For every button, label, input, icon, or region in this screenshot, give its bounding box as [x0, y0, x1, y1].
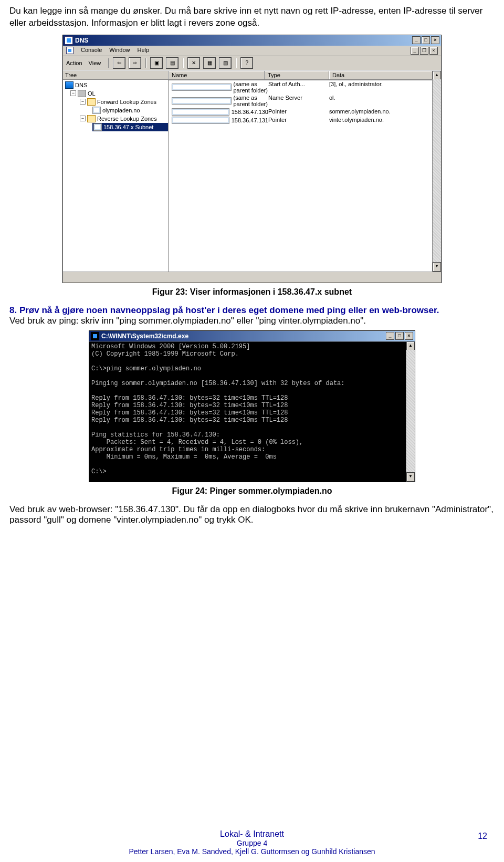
- step8-body: Ved bruk av ping: skriv inn "ping sommer…: [9, 316, 366, 326]
- cmd-titlebar[interactable]: C:\WINNT\System32\cmd.exe _ □ ×: [89, 331, 415, 341]
- footer-line1: Lokal- & Intranett: [0, 829, 504, 839]
- back-button[interactable]: ⇦: [113, 57, 125, 69]
- figure23-caption: Figur 23: Viser informasjonen i 158.36.4…: [9, 287, 495, 297]
- col-data[interactable]: Data: [329, 71, 441, 80]
- cmd-icon: [91, 332, 99, 340]
- record-icon: [172, 108, 229, 116]
- delete-button[interactable]: ✕: [187, 57, 200, 69]
- menu-view[interactable]: View: [89, 60, 104, 66]
- vertical-scrollbar[interactable]: ▲ ▼: [432, 71, 441, 272]
- folder-icon: [87, 115, 96, 122]
- menu-action[interactable]: Action: [66, 60, 86, 66]
- tree-rev-zones[interactable]: − Reverse Lookup Zones: [65, 115, 168, 123]
- menu-console[interactable]: Console: [81, 47, 102, 55]
- dns-menubar-1: Console Window Help _ ❐ ×: [63, 46, 441, 56]
- list-pane: Name Type Data (same as parent folder) S…: [169, 71, 441, 272]
- maximize-button[interactable]: □: [422, 36, 430, 44]
- cmd-scrollbar[interactable]: ▲ ▼: [406, 341, 415, 482]
- record-icon: [172, 97, 232, 105]
- intro-paragraph: Du kan legge inn så mange du ønsker. Du …: [9, 5, 495, 29]
- tree-header: Tree: [63, 71, 168, 80]
- footer-line3: Petter Larsen, Eva M. Sandved, Kjell G. …: [0, 847, 504, 856]
- cmd-title-text: C:\WINNT\System32\cmd.exe: [101, 333, 188, 340]
- after-fig24-paragraph: Ved bruk av web-browser: "158.36.47.130"…: [9, 504, 495, 525]
- menu-window[interactable]: Window: [109, 47, 130, 55]
- table-row[interactable]: (same as parent folder) Start of Auth...…: [169, 80, 441, 94]
- col-name[interactable]: Name: [169, 71, 265, 80]
- zone-icon: [93, 123, 102, 131]
- inner-minimize-button[interactable]: _: [411, 47, 419, 55]
- step8-block: 8. Prøv nå å gjøre noen navneoppslag på …: [9, 305, 495, 326]
- table-row[interactable]: 158.36.47.130 Pointer sommer.olympiaden.…: [169, 108, 441, 116]
- folder-icon: [87, 98, 96, 106]
- table-row[interactable]: 158.36.47.131 Pointer vinter.olympiaden.…: [169, 116, 441, 124]
- tree-fwd-zones[interactable]: − Forward Lookup Zones: [65, 98, 168, 106]
- console-icon: [66, 47, 74, 54]
- maximize-button[interactable]: □: [395, 332, 404, 340]
- figure24-caption: Figur 24: Pinger sommer.olympiaden.no: [9, 486, 495, 496]
- cmd-window: C:\WINNT\System32\cmd.exe _ □ × Microsof…: [89, 330, 415, 482]
- tree-fwd-child[interactable]: olympiaden.no: [65, 106, 168, 115]
- forward-button[interactable]: ⇨: [129, 57, 141, 69]
- up-button[interactable]: ▣: [150, 57, 163, 69]
- dns-app-icon: [65, 36, 73, 45]
- scroll-down-button[interactable]: ▼: [406, 472, 415, 482]
- inner-restore-button[interactable]: ❐: [420, 47, 428, 55]
- minimize-button[interactable]: _: [386, 332, 394, 340]
- scroll-down-button[interactable]: ▼: [433, 262, 441, 272]
- zone-icon: [92, 107, 101, 114]
- close-button[interactable]: ×: [405, 332, 413, 340]
- tree-pane: Tree DNS − OL − Forward Lookup Zones: [63, 71, 169, 272]
- dns-toolbar: Action View ⇦ ⇨ ▣ ▤ ✕ ▦ ▧ ?: [63, 56, 441, 70]
- help-button[interactable]: ?: [240, 57, 253, 69]
- dns-statusbar: [63, 272, 441, 283]
- tree-root[interactable]: DNS: [65, 81, 168, 89]
- step8-heading: 8. Prøv nå å gjøre noen navneoppslag på …: [9, 305, 439, 315]
- collapse-toggle[interactable]: −: [80, 116, 86, 121]
- dns-title-text: DNS: [75, 37, 88, 44]
- tree-server[interactable]: − OL: [65, 89, 168, 98]
- inner-close-button[interactable]: ×: [429, 47, 438, 55]
- dns-root-icon: [65, 81, 74, 89]
- record-icon: [172, 84, 232, 91]
- refresh-button[interactable]: ▦: [203, 57, 216, 69]
- col-type[interactable]: Type: [265, 71, 329, 80]
- page-footer: Lokal- & Intranett Gruppe 4 Petter Larse…: [0, 829, 504, 856]
- menu-help[interactable]: Help: [137, 47, 149, 55]
- dns-window: DNS _ □ × Console Window Help _ ❐ × Acti…: [62, 35, 442, 283]
- tree-rev-child-selected[interactable]: 158.36.47.x Subnet: [92, 123, 168, 131]
- properties-button[interactable]: ▤: [166, 57, 178, 69]
- minimize-button[interactable]: _: [412, 36, 421, 44]
- dns-titlebar[interactable]: DNS _ □ ×: [63, 35, 441, 46]
- server-icon: [78, 90, 86, 97]
- collapse-toggle[interactable]: −: [70, 90, 76, 96]
- close-button[interactable]: ×: [431, 36, 439, 44]
- table-row[interactable]: (same as parent folder) Name Server ol.: [169, 94, 441, 108]
- collapse-toggle[interactable]: −: [80, 99, 86, 105]
- cmd-output: Microsoft Windows 2000 [Version 5.00.219…: [89, 341, 406, 482]
- export-button[interactable]: ▧: [219, 57, 232, 69]
- record-icon: [172, 117, 229, 124]
- footer-line2: Gruppe 4: [0, 839, 504, 847]
